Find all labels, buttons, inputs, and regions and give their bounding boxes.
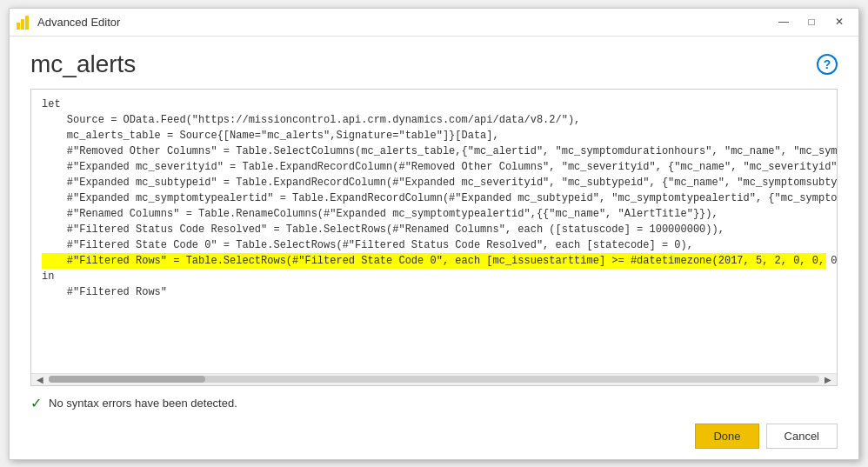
code-line: Source = OData.Feed("https://missioncont… [42,112,826,128]
code-line: #"Expanded mc_subtypeid" = Table.ExpandR… [42,175,826,190]
scroll-right-arrow[interactable]: ▶ [823,375,833,384]
power-bi-icon [17,14,32,30]
code-line: in [42,269,826,284]
status-check-icon: ✓ [30,395,42,411]
cancel-button[interactable]: Cancel [766,424,838,449]
horizontal-scrollbar[interactable]: ◀ ▶ [31,373,837,385]
code-line: #"Removed Other Columns" = Table.SelectC… [42,143,826,159]
scroll-left-arrow[interactable]: ◀ [35,375,45,384]
header: mc_alerts ? [10,37,858,85]
done-button[interactable]: Done [695,424,758,449]
title-bar: Advanced Editor — □ ✕ [10,9,858,37]
help-icon[interactable]: ? [817,54,838,75]
title-bar-text: Advanced Editor [37,16,771,29]
title-bar-controls: — □ ✕ [771,12,851,31]
code-editor[interactable]: let Source = OData.Feed("https://mission… [30,89,838,386]
code-line: #"Expanded mc_severityid" = Table.Expand… [42,159,826,175]
scroll-thumb[interactable] [49,376,205,383]
footer: Done Cancel [10,417,858,459]
close-button[interactable]: ✕ [827,12,851,31]
code-line: #"Filtered State Code 0" = Table.SelectR… [42,237,826,253]
query-title: mc_alerts [30,50,136,78]
code-line: #"Filtered Rows" = Table.SelectRows(#"Fi… [42,253,826,269]
advanced-editor-dialog: Advanced Editor — □ ✕ mc_alerts ? let So… [9,8,859,460]
code-line: #"Expanded mc_symptomtypealertid" = Tabl… [42,190,826,206]
maximize-button[interactable]: □ [799,12,824,31]
code-line: #"Filtered Status Code Resolved" = Table… [42,222,826,237]
status-bar: ✓ No syntax errors have been detected. [10,390,858,417]
code-line: #"Filtered Rows" [42,284,826,300]
code-line: #"Renamed Columns" = Table.RenameColumns… [42,206,826,222]
code-line: let [42,97,826,112]
code-line: mc_alerts_table = Source{[Name="mc_alert… [42,128,826,143]
status-text: No syntax errors have been detected. [49,397,237,410]
scroll-track[interactable] [49,376,819,383]
code-content[interactable]: let Source = OData.Feed("https://mission… [31,90,837,373]
minimize-button[interactable]: — [771,12,796,31]
